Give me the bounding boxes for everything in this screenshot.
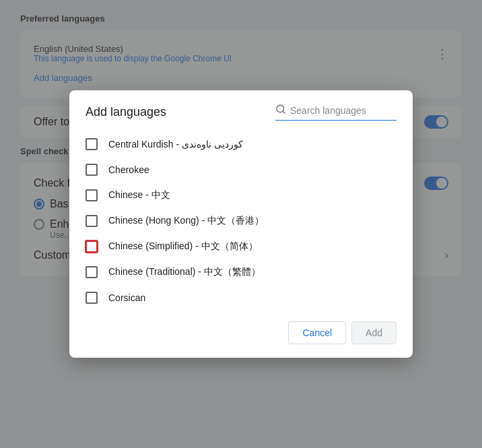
list-item[interactable]: Corsican [69,285,413,311]
language-checkbox-central-kurdish[interactable] [85,138,98,150]
cancel-button[interactable]: Cancel [288,321,346,344]
svg-line-1 [283,111,285,113]
list-item[interactable]: Chinese (Hong Kong) - 中文（香港） [69,208,413,234]
language-checkbox-cherokee[interactable] [85,164,98,176]
language-list: Central Kurdish - کوردیی ناوەندیCherokee… [69,129,413,313]
language-checkbox-chinese-traditional[interactable] [85,266,98,278]
language-label-chinese-traditional: Chinese (Traditional) - 中文（繁體） [108,266,261,278]
dialog-header: Add languages [69,90,413,129]
list-item[interactable]: Central Kurdish - کوردیی ناوەندی [69,131,413,157]
list-item[interactable]: Chinese (Simplified) - 中文（简体） [69,234,413,259]
language-label-chinese: Chinese - 中文 [108,189,170,201]
modal-overlay: Add languages Central Kurdish - کوردیی ن… [0,0,482,448]
list-item[interactable]: Cherokee [69,157,413,183]
language-label-central-kurdish: Central Kurdish - کوردیی ناوەندی [108,139,243,150]
language-checkbox-corsican[interactable] [85,292,98,304]
search-container [275,104,397,121]
list-item[interactable]: Chinese (Traditional) - 中文（繁體） [69,259,413,285]
language-checkbox-chinese-hk[interactable] [85,215,98,227]
add-button[interactable]: Add [351,321,397,344]
language-label-chinese-hk: Chinese (Hong Kong) - 中文（香港） [108,215,264,227]
search-icon [275,104,286,117]
dialog-title: Add languages [85,105,166,119]
add-languages-dialog: Add languages Central Kurdish - کوردیی ن… [69,90,413,358]
search-input[interactable] [290,105,391,116]
language-label-chinese-simplified: Chinese (Simplified) - 中文（简体） [108,241,258,253]
list-item[interactable]: Chinese - 中文 [69,183,413,208]
language-checkbox-chinese-simplified[interactable] [85,241,98,253]
language-checkbox-chinese[interactable] [85,189,98,201]
language-label-cherokee: Cherokee [108,164,149,175]
language-label-corsican: Corsican [108,292,145,303]
dialog-footer: Cancel Add [69,313,413,358]
